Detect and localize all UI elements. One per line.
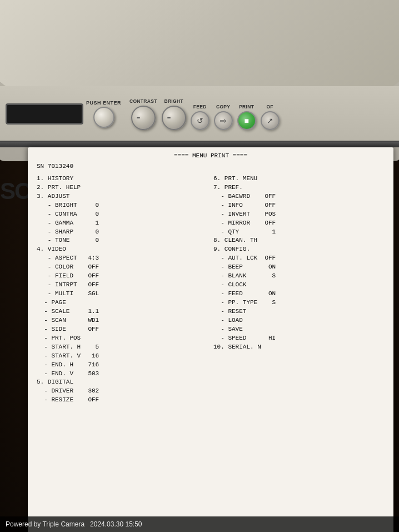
left-col-line: - SCALE 1.1 xyxy=(37,307,208,316)
paper-slot xyxy=(0,141,399,147)
lcd-display xyxy=(6,103,83,125)
printer-top xyxy=(0,0,399,89)
print-control: PRINT ■ xyxy=(237,104,256,130)
push-enter-label: PUSH ENTER xyxy=(86,100,121,106)
copy-button[interactable]: ⇨ xyxy=(214,111,233,130)
right-col-line: - QTY 1 xyxy=(213,228,385,237)
right-col-line: - BLANK S xyxy=(213,272,385,281)
paper-columns: 1. HISTORY2. PRT. HELP3. ADJUST - BRIGHT… xyxy=(37,175,385,405)
left-col-line: 4. VIDEO xyxy=(37,245,208,254)
right-col-line: - FEED ON xyxy=(213,290,385,299)
feed-button[interactable]: ↺ xyxy=(191,111,210,130)
sony-logo: SO xyxy=(0,178,32,205)
left-col-line: - GAMMA 1 xyxy=(37,219,208,228)
left-col-line: - END. H 716 xyxy=(37,361,208,370)
left-col-line: - PRT. POS xyxy=(37,334,208,343)
contrast-control: CONTRAST xyxy=(129,98,157,130)
left-col-line: - RESIZE OFF xyxy=(37,396,208,405)
right-col-line: - BACWRD OFF xyxy=(213,192,385,201)
left-column: 1. HISTORY2. PRT. HELP3. ADJUST - BRIGHT… xyxy=(37,175,208,405)
right-col-line: - AUT. LCK OFF xyxy=(213,254,385,263)
left-col-line: - DRIVER 302 xyxy=(37,387,208,396)
left-col-line: - FIELD OFF xyxy=(37,272,208,281)
left-col-line: - BRIGHT 0 xyxy=(37,201,208,210)
contrast-group: CONTRAST BRIGHT FEED ↺ COPY ⇨ PRINT ■ xyxy=(129,98,280,130)
print-label: PRINT xyxy=(239,104,254,110)
right-col-line: - SAVE xyxy=(213,325,385,334)
feed-control: FEED ↺ xyxy=(191,104,210,130)
control-panel: PUSH ENTER CONTRAST BRIGHT FEED ↺ xyxy=(0,86,399,142)
right-col-line: - CLOCK xyxy=(213,281,385,290)
right-col-line: - LOAD xyxy=(213,316,385,325)
off-label: OF xyxy=(266,104,273,110)
left-col-line: 1. HISTORY xyxy=(37,175,208,183)
left-col-line: - PAGE xyxy=(37,299,208,307)
left-col-line: - SIDE OFF xyxy=(37,325,208,334)
right-col-line: - PP. TYPE S xyxy=(213,299,385,307)
left-col-line: - SHARP 0 xyxy=(37,228,208,237)
print-button[interactable]: ■ xyxy=(237,111,256,130)
status-bar: Powered by Triple Camera 2024.03.30 15:5… xyxy=(0,516,399,532)
left-col-line: - INTRPT OFF xyxy=(37,281,208,290)
paper-sn: SN 7013240 xyxy=(37,162,385,171)
push-enter-knob[interactable] xyxy=(93,107,114,128)
left-col-line: 2. PRT. HELP xyxy=(37,183,208,192)
push-enter-section: PUSH ENTER xyxy=(86,100,121,128)
right-col-line: - INFO OFF xyxy=(213,201,385,210)
left-col-line: - START. V 16 xyxy=(37,352,208,361)
paper-printout: ==== MENU PRINT ==== SN 7013240 1. HISTO… xyxy=(28,147,393,532)
right-col-line: 7. PREF. xyxy=(213,183,385,192)
left-col-line: 3. ADJUST xyxy=(37,192,208,201)
bright-label: BRIGHT xyxy=(164,98,183,104)
paper-title: ==== MENU PRINT ==== xyxy=(37,152,385,161)
left-col-line: 5. DIGITAL xyxy=(37,378,208,387)
contrast-knob[interactable] xyxy=(131,106,156,130)
bright-control: BRIGHT xyxy=(162,98,186,130)
left-col-line: - CONTRA 0 xyxy=(37,210,208,219)
right-col-line: - BEEP ON xyxy=(213,263,385,272)
right-col-line: 9. CONFIG. xyxy=(213,245,385,254)
left-col-line: - TONE 0 xyxy=(37,236,208,245)
right-column: 6. PRT. MENU7. PREF. - BACWRD OFF - INFO… xyxy=(208,175,385,405)
right-col-line: - SPEED HI xyxy=(213,334,385,343)
paper-content: ==== MENU PRINT ==== SN 7013240 1. HISTO… xyxy=(37,152,385,405)
bright-knob[interactable] xyxy=(162,106,186,130)
right-col-line: - RESET xyxy=(213,307,385,316)
camera-label: Powered by Triple Camera xyxy=(6,520,84,528)
copy-control: COPY ⇨ xyxy=(214,104,233,130)
copy-label: COPY xyxy=(216,104,230,110)
left-col-line: - ASPECT 4:3 xyxy=(37,254,208,263)
off-button[interactable]: ↗ xyxy=(261,111,280,130)
feed-label: FEED xyxy=(193,104,207,110)
left-col-line: - END. V 503 xyxy=(37,370,208,379)
left-col-line: - MULTI SGL xyxy=(37,290,208,299)
right-col-line: 8. CLEAN. TH xyxy=(213,236,385,245)
right-col-line: - MIRROR OFF xyxy=(213,219,385,228)
right-col-line: 6. PRT. MENU xyxy=(213,175,385,183)
right-col-line: - INVERT POS xyxy=(213,210,385,219)
off-control: OF ↗ xyxy=(261,104,280,130)
contrast-label: CONTRAST xyxy=(129,98,157,104)
printer-body: PUSH ENTER CONTRAST BRIGHT FEED ↺ xyxy=(0,0,399,161)
timestamp: 2024.03.30 15:50 xyxy=(90,520,142,528)
left-col-line: - START. H 5 xyxy=(37,343,208,352)
right-col-line: 10. SERIAL. N xyxy=(213,343,385,352)
left-col-line: - SCAN WD1 xyxy=(37,316,208,325)
left-col-line: - COLOR OFF xyxy=(37,263,208,272)
